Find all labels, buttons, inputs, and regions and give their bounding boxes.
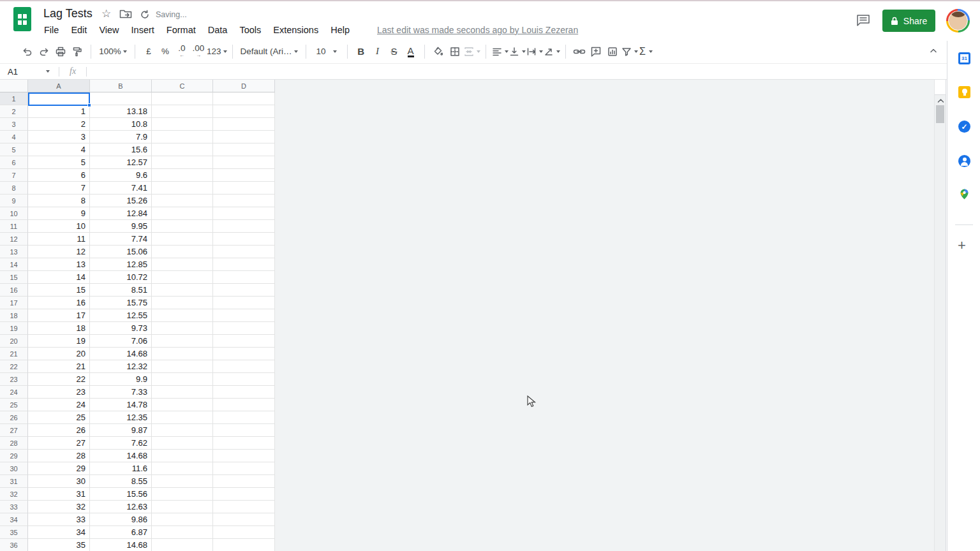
cell-b[interactable]: 8.55 [90, 475, 152, 488]
cell-d[interactable] [213, 373, 275, 386]
cell-c[interactable] [152, 488, 213, 501]
cell-b[interactable]: 7.74 [90, 233, 152, 246]
row-number[interactable]: 5 [0, 143, 28, 156]
share-button[interactable]: Share [882, 10, 935, 32]
cell-c[interactable] [152, 399, 213, 411]
cell-c[interactable] [152, 386, 213, 399]
cell-b[interactable]: 12.35 [90, 411, 152, 424]
cell-c[interactable] [152, 233, 213, 246]
cell-c[interactable] [152, 92, 213, 105]
percent-format-button[interactable]: % [157, 43, 174, 60]
cell-a[interactable]: 20 [28, 348, 90, 360]
fill-handle[interactable] [87, 103, 91, 107]
insert-comment-icon[interactable] [588, 43, 604, 60]
keep-icon[interactable] [958, 86, 970, 98]
row-number[interactable]: 22 [0, 360, 28, 373]
collapse-toolbar-icon[interactable] [928, 45, 939, 55]
font-size-select[interactable]: 10 [311, 43, 342, 60]
row-number[interactable]: 33 [0, 501, 28, 513]
calendar-icon[interactable]: 31 [958, 52, 970, 64]
cell-a[interactable]: 1 [28, 105, 90, 118]
avatar[interactable] [946, 9, 970, 33]
cell-b[interactable]: 7.41 [90, 182, 152, 195]
row-number[interactable]: 9 [0, 195, 28, 207]
cell-b[interactable]: 14.68 [90, 348, 152, 360]
menu-edit[interactable]: Edit [71, 25, 87, 35]
selected-cell-outline[interactable] [28, 92, 90, 106]
cell-b[interactable]: 15.6 [90, 143, 152, 156]
cell-a[interactable]: 24 [28, 399, 90, 411]
cell-d[interactable] [213, 271, 275, 284]
fill-color-icon[interactable] [430, 43, 447, 60]
cell-b[interactable]: 12.32 [90, 360, 152, 373]
cell-c[interactable] [152, 437, 213, 450]
cell-d[interactable] [213, 131, 275, 143]
chevron-down-icon[interactable] [46, 70, 50, 73]
cell-b[interactable]: 12.55 [90, 309, 152, 322]
italic-button[interactable]: I [369, 43, 386, 60]
cell-c[interactable] [152, 118, 213, 131]
cell-a[interactable]: 7 [28, 182, 90, 195]
row-number[interactable]: 17 [0, 297, 28, 309]
cell-c[interactable] [152, 258, 213, 271]
row-number[interactable]: 24 [0, 386, 28, 399]
cell-d[interactable] [213, 297, 275, 309]
row-number[interactable]: 35 [0, 526, 28, 539]
cell-c[interactable] [152, 284, 213, 297]
cell-d[interactable] [213, 284, 275, 297]
row-number[interactable]: 23 [0, 373, 28, 386]
cell-c[interactable] [152, 424, 213, 437]
cell-d[interactable] [213, 92, 275, 105]
row-number[interactable]: 21 [0, 348, 28, 360]
cell-b[interactable]: 7.33 [90, 386, 152, 399]
cell-d[interactable] [213, 411, 275, 424]
paint-format-icon[interactable] [69, 43, 85, 60]
cell-a[interactable]: 13 [28, 258, 90, 271]
cell-a[interactable]: 17 [28, 309, 90, 322]
cell-d[interactable] [213, 156, 275, 169]
cell-b[interactable]: 13.18 [90, 105, 152, 118]
cell-d[interactable] [213, 258, 275, 271]
cell-c[interactable] [152, 411, 213, 424]
cell-b[interactable]: 10.72 [90, 271, 152, 284]
row-number[interactable]: 27 [0, 424, 28, 437]
cell-c[interactable] [152, 182, 213, 195]
cell-a[interactable]: 12 [28, 246, 90, 258]
cell-b[interactable]: 15.06 [90, 246, 152, 258]
row-number[interactable]: 13 [0, 246, 28, 258]
cell-b[interactable]: 12.85 [90, 258, 152, 271]
cell-a[interactable]: 29 [28, 462, 90, 475]
cell-a[interactable]: 32 [28, 501, 90, 513]
cell-d[interactable] [213, 399, 275, 411]
cell-a[interactable]: 15 [28, 284, 90, 297]
cell-d[interactable] [213, 348, 275, 360]
formula-input[interactable] [87, 64, 949, 79]
cell-d[interactable] [213, 220, 275, 233]
column-header-a[interactable]: A [28, 80, 90, 92]
cell-d[interactable] [213, 309, 275, 322]
cell-c[interactable] [152, 501, 213, 513]
row-number[interactable]: 14 [0, 258, 28, 271]
insert-link-icon[interactable] [571, 43, 588, 60]
cell-a[interactable]: 11 [28, 233, 90, 246]
cell-b[interactable]: 12.57 [90, 156, 152, 169]
spreadsheet-canvas[interactable] [275, 80, 934, 551]
cell-d[interactable] [213, 424, 275, 437]
cell-d[interactable] [213, 462, 275, 475]
cell-a[interactable]: 5 [28, 156, 90, 169]
more-formats-button[interactable]: 123 [207, 43, 227, 60]
cell-a[interactable]: 27 [28, 437, 90, 450]
sheets-logo-icon[interactable] [13, 7, 31, 31]
menu-extensions[interactable]: Extensions [273, 25, 318, 35]
row-number[interactable]: 1 [0, 92, 28, 105]
cell-b[interactable]: 14.78 [90, 399, 152, 411]
row-number[interactable]: 16 [0, 284, 28, 297]
font-select[interactable]: Default (Ari… [238, 43, 301, 60]
cell-d[interactable] [213, 513, 275, 526]
cell-b[interactable]: 11.6 [90, 462, 152, 475]
vertical-align-icon[interactable] [509, 43, 526, 60]
cell-d[interactable] [213, 526, 275, 539]
cell-a[interactable]: 10 [28, 220, 90, 233]
menu-view[interactable]: View [99, 25, 119, 35]
row-number[interactable]: 28 [0, 437, 28, 450]
